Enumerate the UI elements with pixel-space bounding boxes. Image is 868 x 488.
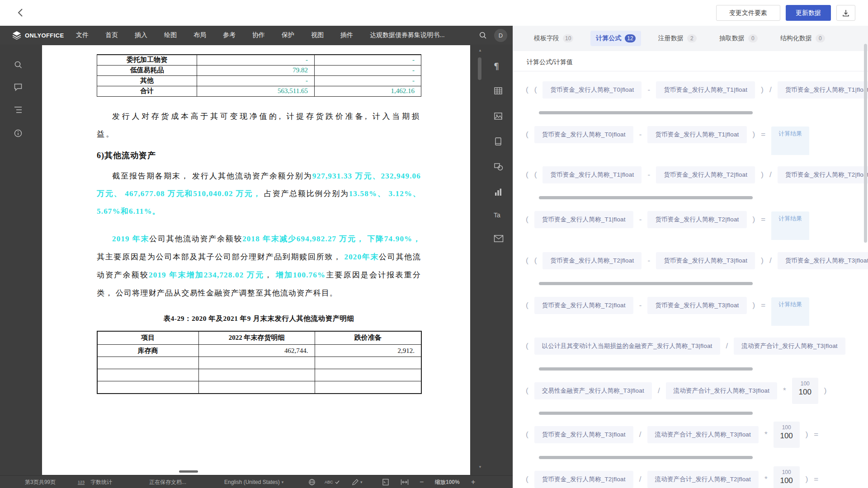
zoom-out-button[interactable]: − [420, 476, 424, 488]
horizontal-scrollbar[interactable] [539, 111, 753, 114]
fit-width-icon[interactable] [401, 476, 409, 488]
field-pill[interactable]: 货币资金_发行人简称_T3|float [656, 252, 755, 269]
menu-item-document-name[interactable]: 达观数据债券募集说明书... [370, 31, 445, 39]
value-cell[interactable] [315, 357, 421, 369]
value-cell[interactable] [315, 381, 421, 394]
row-label-cell[interactable] [97, 369, 198, 381]
word-count-label[interactable]: 字数统计 [90, 476, 112, 488]
field-pill[interactable]: 货币资金_发行人简称_T2|float [534, 471, 633, 488]
row-label-cell[interactable]: 库存商 [97, 345, 198, 357]
row-label-cell[interactable]: 委托加工物资 [97, 55, 197, 65]
value-cell[interactable] [198, 357, 315, 369]
menu-item[interactable]: 插件 [340, 31, 353, 39]
menu-item[interactable]: 保护 [282, 31, 294, 39]
calc-result-box[interactable]: 计算结果 [771, 297, 809, 326]
field-pill[interactable]: 流动资产合计_发行人简称_T3|float [666, 382, 778, 399]
track-changes-icon[interactable]: ▾ [352, 476, 363, 488]
field-pill[interactable]: 货币资金_发行人简称_T0|float [542, 81, 642, 99]
constant-100-box[interactable]: 100100 [792, 378, 818, 404]
value-cell[interactable] [315, 369, 421, 381]
language-selector[interactable]: English (United States)▾ [224, 476, 283, 488]
value-cell[interactable]: - [315, 55, 421, 65]
search-icon[interactable] [479, 31, 487, 39]
calc-result-box[interactable]: 计算结果 [771, 211, 809, 240]
menu-item[interactable]: 插入 [135, 31, 147, 39]
row-label-cell[interactable]: 其他 [97, 75, 197, 86]
field-pill[interactable]: 货币资金_发行人简称_T2|float [647, 211, 746, 228]
headers-footers-settings-icon[interactable] [494, 137, 503, 146]
menu-item[interactable]: 文件 [76, 31, 89, 39]
doc-scroll-down-icon[interactable]: ▼ [478, 465, 482, 469]
page-indicator[interactable]: 第3页共99页 [25, 476, 56, 488]
row-label-cell[interactable]: 合计 [97, 86, 197, 96]
value-cell[interactable]: 1,462.16 [315, 86, 421, 96]
find-icon[interactable] [14, 60, 23, 69]
field-pill[interactable]: 流动资产合计_发行人简称_T3|float [647, 426, 759, 443]
tab-抽取数据[interactable]: 抽取数据0 [714, 31, 763, 46]
horizontal-scrollbar[interactable] [539, 196, 753, 199]
panel-vertical-scrollbar[interactable] [864, 44, 867, 243]
menu-item[interactable]: 绘图 [164, 31, 177, 39]
row-label-cell[interactable]: 低值易耗品 [97, 65, 197, 75]
row-label-cell[interactable] [97, 357, 198, 369]
download-button[interactable] [836, 5, 855, 21]
field-pill[interactable]: 货币资金_发行人简称_T1|float [778, 81, 868, 99]
set-language-globe-icon[interactable] [308, 476, 316, 488]
zoom-in-button[interactable]: + [471, 476, 475, 488]
value-cell[interactable]: - [315, 65, 421, 75]
field-pill[interactable]: 货币资金_发行人简称_T2|float [542, 252, 642, 269]
field-pill[interactable]: 货币资金_发行人简称_T1|float [534, 211, 633, 228]
fit-page-icon[interactable] [382, 476, 389, 488]
field-pill[interactable]: 流动资产合计_发行人简称_T2|float [647, 471, 759, 488]
value-cell[interactable]: 79.82 [197, 65, 315, 75]
value-cell[interactable] [198, 369, 315, 381]
navigation-headings-icon[interactable] [14, 105, 23, 114]
field-pill[interactable]: 流动资产合计_发行人简称_T3|float [734, 338, 845, 355]
field-pill[interactable]: 货币资金_发行人简称_T3|float [534, 426, 633, 443]
horizontal-scrollbar[interactable] [539, 282, 753, 285]
textart-settings-icon[interactable]: Ta [494, 211, 500, 219]
field-pill[interactable]: 以公计且其变动计入当期损益的金融资产_发行人简称_T3|float [534, 338, 720, 355]
field-pill[interactable]: 货币资金_发行人简称_T3|float [778, 252, 868, 269]
calc-result-box[interactable]: 计算结果 [771, 127, 809, 155]
field-pill[interactable]: 货币资金_发行人简称_T2|float [534, 297, 633, 314]
document-page[interactable]: 委托加工物资--低值易耗品79.82-其他--合计563,511.651,462… [42, 45, 470, 475]
value-cell[interactable]: 462,744. [198, 345, 315, 357]
about-info-icon[interactable] [14, 129, 23, 138]
shape-settings-icon[interactable] [494, 162, 504, 171]
chart-settings-icon[interactable] [494, 188, 503, 197]
value-cell[interactable]: - [197, 75, 315, 86]
image-settings-icon[interactable] [494, 112, 503, 121]
back-icon[interactable] [14, 6, 27, 19]
doc-scroll-up-icon[interactable]: ▲ [478, 48, 482, 52]
mail-merge-icon[interactable] [494, 235, 504, 243]
row-label-cell[interactable] [97, 381, 198, 394]
tab-计算公式[interactable]: 计算公式12 [590, 31, 641, 46]
comments-icon[interactable] [14, 83, 23, 92]
field-pill[interactable]: 货币资金_发行人简称_T0|float [534, 126, 633, 143]
field-pill[interactable]: 货币资金_发行人简称_T2|float [778, 166, 868, 183]
field-pill[interactable]: 货币资金_发行人简称_T3|float [647, 297, 746, 314]
menu-item[interactable]: 首页 [105, 31, 118, 39]
tab-结构化数据[interactable]: 结构化数据0 [775, 31, 830, 46]
doc-vertical-scrollbar[interactable] [478, 57, 481, 80]
field-pill[interactable]: 交易性金融资产_发行人简称_T3|float [534, 382, 652, 399]
field-pill[interactable]: 货币资金_发行人简称_T1|float [656, 81, 755, 99]
horizontal-scrollbar[interactable] [539, 367, 753, 371]
value-cell[interactable]: - [315, 75, 421, 86]
value-cell[interactable] [198, 381, 315, 394]
value-cell[interactable]: 2,912. [315, 345, 421, 357]
value-cell[interactable]: 563,511.65 [197, 86, 315, 96]
tab-注册数据[interactable]: 注册数据2 [653, 31, 702, 46]
horizontal-scrollbar[interactable] [539, 456, 753, 459]
table-settings-icon[interactable] [494, 86, 503, 95]
update-data-button[interactable]: 更新数据 [786, 5, 831, 21]
change-file-elements-button[interactable]: 变更文件要素 [716, 5, 780, 21]
menu-item[interactable]: 视图 [311, 31, 324, 39]
field-pill[interactable]: 货币资金_发行人简称_T2|float [656, 166, 755, 183]
menu-item[interactable]: 布局 [193, 31, 206, 39]
word-count-icon[interactable]: 123 [78, 476, 85, 488]
field-pill[interactable]: 货币资金_发行人简称_T1|float [542, 166, 642, 183]
field-pill[interactable]: 货币资金_发行人简称_T1|float [647, 126, 746, 143]
menu-item[interactable]: 参考 [223, 31, 236, 39]
